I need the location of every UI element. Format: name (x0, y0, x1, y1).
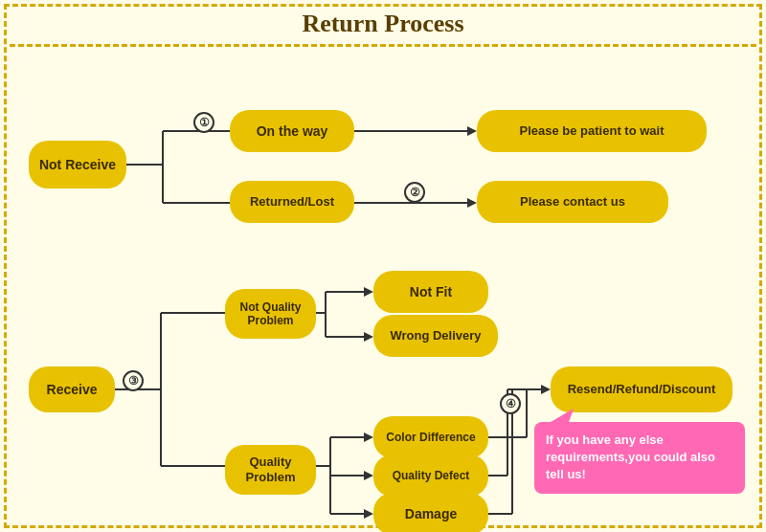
receive-node: Receive (29, 366, 115, 412)
svg-marker-8 (467, 198, 477, 208)
please-contact-node: Please contact us (477, 181, 668, 223)
title-bar: Return Process (0, 0, 766, 44)
not-receive-node: Not Receive (29, 141, 126, 188)
returned-lost-node: Returned/Lost (230, 181, 354, 223)
separator (10, 44, 756, 47)
wrong-delivery-node: Wrong Delivery (373, 315, 498, 357)
diagram: Not Receive ① On the way Returned/Lost ②… (10, 55, 756, 523)
svg-marker-23 (364, 471, 373, 480)
svg-marker-5 (467, 126, 477, 136)
color-diff-node: Color Difference (373, 416, 488, 458)
quality-defect-node: Quality Defect (373, 454, 488, 497)
svg-marker-35 (541, 385, 551, 394)
not-quality-node: Not Quality Problem (225, 289, 316, 339)
badge-3: ③ (123, 370, 144, 391)
on-the-way-node: On the way (230, 110, 354, 152)
quality-problem-node: Quality Problem (225, 445, 316, 495)
please-wait-node: Please be patient to wait (477, 110, 707, 152)
resend-node: Resend/Refund/Discount (551, 366, 732, 412)
svg-marker-15 (364, 287, 373, 297)
speech-bubble: If you have any else requirements,you co… (534, 422, 745, 494)
badge-1: ① (193, 112, 214, 133)
badge-2: ② (404, 182, 425, 203)
svg-marker-21 (364, 432, 373, 442)
svg-marker-25 (364, 509, 373, 519)
page-title: Return Process (0, 10, 766, 38)
badge-4: ④ (500, 393, 521, 414)
damage-node: Damage (373, 493, 488, 532)
svg-marker-17 (364, 332, 373, 342)
not-fit-node: Not Fit (373, 271, 488, 313)
